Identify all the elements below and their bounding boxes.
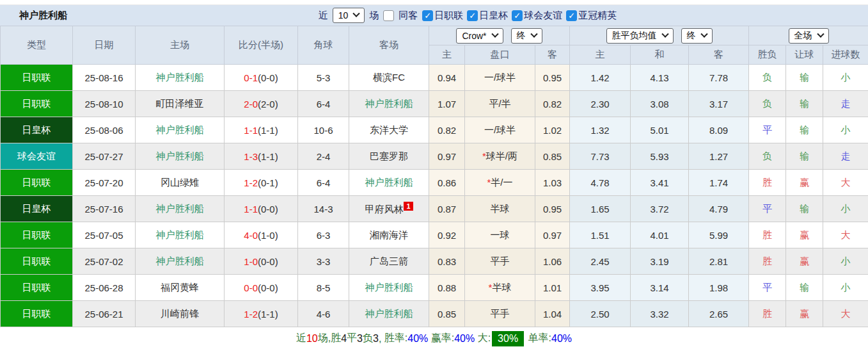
league-filter-checkbox[interactable]: ✓ xyxy=(422,10,433,21)
goals-result-cell: 小 xyxy=(823,117,868,143)
table-row: 日职联25-08-10町田泽维亚2-0(2-0)6-4神户胜利船1.07平/半0… xyxy=(1,91,868,117)
subheader-asian-away: 客 xyxy=(535,45,570,65)
outcome-result-cell: 平 xyxy=(749,117,786,143)
euro-time-value: 终 xyxy=(687,30,696,42)
date-cell: 25-07-27 xyxy=(73,143,136,170)
card-badge: 1 xyxy=(404,202,413,211)
league-filter: ✓球会友谊 xyxy=(512,10,562,22)
bookmaker-select[interactable]: Crow* xyxy=(456,28,503,44)
table-row: 日职联25-08-16神户胜利船0-1(0-0)5-3横滨FC0.94一/球半0… xyxy=(1,65,868,91)
live-odds-star: * xyxy=(482,150,486,161)
away-team-cell: 巴塞罗那 xyxy=(349,143,429,170)
summary-segment: 40% xyxy=(407,333,428,345)
asian-home-odds-cell: 0.94 xyxy=(429,65,465,91)
outcome-result-cell: 胜 xyxy=(749,248,786,275)
euro-away-odds-cell: 5.99 xyxy=(689,222,749,248)
goals-result-cell: 大 xyxy=(823,301,868,327)
euro-time-select[interactable]: 终 xyxy=(681,28,713,44)
away-team-cell: 湘南海洋 xyxy=(349,222,429,248)
asian-odds-header: Crow* 终 xyxy=(429,26,570,45)
asian-home-odds-cell: 0.97 xyxy=(429,143,465,170)
away-team-cell: 广岛三箭 xyxy=(349,248,429,275)
euro-away-odds-cell: 1.74 xyxy=(689,170,749,196)
euro-home-odds-cell: 2.45 xyxy=(570,248,631,275)
col-header-home: 主场 xyxy=(136,26,225,65)
date-cell: 25-07-20 xyxy=(73,170,136,196)
recent-count-select[interactable]: 10 xyxy=(333,8,365,23)
chevron-down-icon xyxy=(530,30,537,37)
league-filter-label: 亚冠精英 xyxy=(578,10,617,22)
asian-away-odds-cell: 1.03 xyxy=(535,170,570,196)
league-filter-label: 日职联 xyxy=(434,10,463,22)
summary-segment: 胜 xyxy=(331,332,341,345)
league-type-cell: 日职联 xyxy=(1,248,73,275)
scope-value: 全场 xyxy=(794,30,812,42)
date-cell: 25-08-06 xyxy=(73,117,136,143)
subheader-euro-draw: 和 xyxy=(631,45,689,65)
bookmaker-value: Crow* xyxy=(462,31,486,41)
euro-average-select[interactable]: 胜平负均值 xyxy=(606,28,674,44)
corners-cell: 6-4 xyxy=(298,91,349,117)
league-type-cell: 日职联 xyxy=(1,301,73,327)
corners-cell: 3-3 xyxy=(298,248,349,275)
asian-home-odds-cell: 0.86 xyxy=(429,170,465,196)
date-cell: 25-08-10 xyxy=(73,91,136,117)
table-row: 球会友谊25-07-27神户胜利船1-3(1-1)2-4巴塞罗那0.97*球半/… xyxy=(1,143,868,170)
date-cell: 25-08-16 xyxy=(73,65,136,91)
summary-segment: 3 xyxy=(357,333,363,345)
summary-segment: 胜率: xyxy=(384,332,407,345)
asian-home-odds-cell: 0.83 xyxy=(429,248,465,275)
asian-away-odds-cell: 0.85 xyxy=(535,143,570,170)
handicap-result-cell: 输 xyxy=(786,117,823,143)
outcome-result-cell: 平 xyxy=(749,275,786,301)
score-cell: 2-0(2-0) xyxy=(225,91,298,117)
euro-away-odds-cell: 3.17 xyxy=(689,91,749,117)
summary-footer: 近10场,胜4平3负3, 胜率:40% 赢率:40% 大:30% 单率:40% xyxy=(0,327,868,349)
away-team-cell: 东洋大学 xyxy=(349,117,429,143)
euro-home-odds-cell: 7.73 xyxy=(570,143,631,170)
asian-home-odds-cell: 0.82 xyxy=(429,117,465,143)
asian-away-odds-cell: 1.06 xyxy=(535,248,570,275)
summary-segment: 大: xyxy=(475,332,491,345)
goals-result-cell: 小 xyxy=(823,65,868,91)
handicap-result-cell: 输 xyxy=(786,91,823,117)
subheader-goals-result: 进球数 xyxy=(823,45,868,65)
scope-select[interactable]: 全场 xyxy=(789,28,829,44)
handicap-result-cell: 输 xyxy=(786,275,823,301)
subheader-handicap: 盘口 xyxy=(465,45,535,65)
corners-cell: 5-3 xyxy=(298,65,349,91)
summary-segment: 负 xyxy=(363,332,373,345)
subheader-euro-away: 客 xyxy=(689,45,749,65)
subheader-outcome: 胜负 xyxy=(749,45,786,65)
date-cell: 25-07-05 xyxy=(73,222,136,248)
table-row: 日皇杯25-07-16神户胜利船1-1(0-0)14-3甲府风林10.87半球0… xyxy=(1,196,868,222)
euro-away-odds-cell: 2.81 xyxy=(689,248,749,275)
league-filters: ✓日职联✓日皇杯✓球会友谊✓亚冠精英 xyxy=(422,10,617,22)
away-team-cell: 神户胜利船 xyxy=(349,91,429,117)
chevron-down-icon xyxy=(353,10,360,17)
away-team-cell: 横滨FC xyxy=(349,65,429,91)
league-filter-checkbox[interactable]: ✓ xyxy=(566,10,577,21)
summary-segment: 40% xyxy=(551,333,572,345)
euro-average-value: 胜平负均值 xyxy=(612,30,657,42)
summary-segment: 赢率: xyxy=(428,332,454,345)
summary-segment: 3 xyxy=(373,333,379,345)
asian-time-value: 终 xyxy=(517,30,526,42)
asian-handicap-cell: *半球 xyxy=(465,275,535,301)
table-body: 日职联25-08-16神户胜利船0-1(0-0)5-3横滨FC0.94一/球半0… xyxy=(1,65,868,327)
asian-time-select[interactable]: 终 xyxy=(511,28,542,44)
same-opponent-checkbox[interactable] xyxy=(383,10,394,21)
league-filter-checkbox[interactable]: ✓ xyxy=(467,10,478,21)
asian-away-odds-cell: 0.97 xyxy=(535,222,570,248)
euro-home-odds-cell: 1.65 xyxy=(570,196,631,222)
goals-result-cell: 小 xyxy=(823,275,868,301)
league-filter-checkbox[interactable]: ✓ xyxy=(512,10,523,21)
summary-segment: 平 xyxy=(347,332,357,345)
date-cell: 25-06-28 xyxy=(73,275,136,301)
league-type-cell: 日职联 xyxy=(1,91,73,117)
table-row: 日职联25-06-28福冈黄蜂0-0(0-0)8-5神户胜利船0.88*半球1.… xyxy=(1,275,868,301)
euro-away-odds-cell: 2.65 xyxy=(689,301,749,327)
asian-handicap-cell: 平手 xyxy=(465,301,535,327)
goals-result-cell: 走 xyxy=(823,91,868,117)
corners-cell: 4-6 xyxy=(298,301,349,327)
